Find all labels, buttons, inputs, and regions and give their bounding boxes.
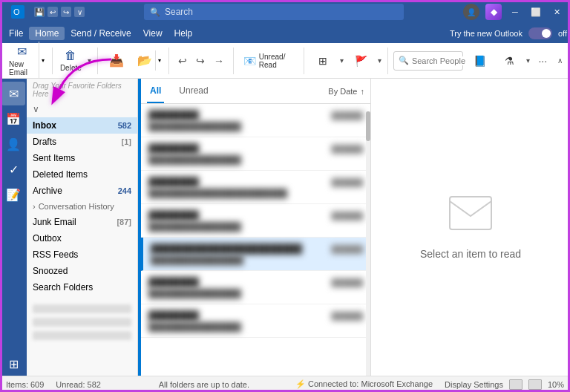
folder-item-outbox[interactable]: Outbox (27, 230, 137, 246)
search-people-icon: 🔍 (399, 56, 409, 65)
search-people-input[interactable] (412, 56, 471, 65)
email-item[interactable]: ████████ ██████ ████████████████ (141, 271, 370, 304)
avatar[interactable]: 👤 (463, 4, 479, 20)
save-icon[interactable]: 💾 (34, 7, 45, 17)
view-icon-1[interactable] (509, 379, 522, 390)
archive-button[interactable]: 📥 (103, 50, 130, 71)
folder-item-junk[interactable]: Junk Email [87] (27, 214, 137, 230)
new-email-button[interactable]: ✉ New Email ▾ (4, 42, 47, 79)
email-time: ██████ (331, 312, 363, 320)
move-button[interactable]: 📂 ▾ (133, 50, 163, 71)
menu-home[interactable]: Home (29, 27, 65, 40)
title-search-bar[interactable]: 🔍 (144, 4, 404, 20)
address-book-icon: 📘 (474, 55, 486, 67)
email-sender: ████████ (148, 110, 199, 120)
filter-button[interactable]: ⚗ (496, 52, 522, 70)
email-sender: ████████ (148, 310, 199, 321)
email-item[interactable]: ████████ ██████ ████████████████ (141, 204, 370, 238)
delete-button[interactable]: 🗑 Delete (57, 46, 84, 75)
view-icon-2[interactable] (528, 379, 542, 390)
view-toggle-button[interactable]: ⊞ (309, 52, 336, 70)
folder-item-rss[interactable]: RSS Feeds (27, 246, 137, 263)
folder-group-conv[interactable]: › Conversation History (27, 199, 137, 214)
unread-read-button[interactable]: 📧 Unread/ Read (239, 50, 298, 72)
menu-file[interactable]: File (3, 27, 29, 40)
tab-unread[interactable]: Unread (176, 79, 211, 103)
flag-dropdown[interactable]: ▾ (377, 56, 382, 65)
close-button[interactable]: ✕ (549, 4, 564, 19)
search-input[interactable] (165, 7, 398, 17)
email-item[interactable]: ████████ ██████ ████████████████ (141, 304, 370, 338)
email-list-scrollbar[interactable] (366, 104, 370, 376)
undo-redo-group: ↩ ↪ → (174, 50, 228, 71)
status-bar: Items: 609 Unread: 582 All folders are u… (0, 376, 570, 392)
move-dropdown[interactable]: ▾ (155, 50, 163, 71)
email-subject: ████████████████ (148, 122, 363, 131)
email-item-selected[interactable]: ████████████████████████ ██████ ████████… (141, 238, 370, 271)
new-email-main[interactable]: ✉ New Email (4, 42, 39, 79)
mail-icon: ✉ (9, 87, 19, 101)
folder-item-archive[interactable]: Archive 244 (27, 183, 137, 199)
folder-archive-label: Archive (33, 186, 118, 196)
sidebar-item-mail[interactable]: ✉ (1, 82, 25, 105)
menu-help[interactable]: Help (168, 27, 199, 40)
reading-pane: Select an item to read (371, 79, 570, 376)
restore-button[interactable]: ⬜ (528, 4, 543, 19)
filter-dropdown[interactable]: ▾ (525, 56, 531, 65)
ribbon-collapse-button[interactable]: ∧ (554, 53, 566, 68)
scrollbar-track (366, 111, 370, 383)
drag-hint: Drag Your Favorite Folders Here (27, 79, 137, 101)
folder-junk-count: [87] (117, 218, 131, 226)
address-book-button[interactable]: 📘 (466, 52, 493, 70)
diamond-icon[interactable]: ◆ (485, 4, 502, 20)
move-main[interactable]: 📂 (133, 50, 155, 71)
menu-send-receive[interactable]: Send / Receive (65, 27, 137, 40)
email-subject: ████████████████ (148, 322, 363, 331)
folder-collapse-btn[interactable]: ∨ (27, 101, 137, 117)
toggle-knob (542, 29, 551, 38)
delete-icon: 🗑 (65, 49, 76, 62)
flag-button[interactable]: 🚩 (347, 52, 374, 70)
scrollbar-thumb[interactable] (366, 111, 370, 141)
menu-view[interactable]: View (137, 27, 168, 40)
main-layout: ✉ 📅 👤 ✓ 📝 ⊞ Drag Your Favorite Folders H… (0, 79, 570, 376)
view-dropdown[interactable]: ▾ (339, 56, 344, 65)
sidebar-item-apps[interactable]: ⊞ (1, 352, 25, 376)
folder-outbox-label: Outbox (33, 233, 131, 244)
folder-item-inbox[interactable]: Inbox 582 (27, 117, 137, 134)
email-time: ██████ (331, 145, 363, 153)
undo-quick-icon[interactable]: ↩ (48, 7, 58, 17)
folder-junk-label: Junk Email (33, 217, 117, 227)
folder-item-search-folders[interactable]: Search Folders (27, 279, 137, 295)
minimize-button[interactable]: ─ (508, 4, 522, 19)
flag-icon: 🚩 (355, 55, 367, 67)
folder-item-sent[interactable]: Sent Items (27, 150, 137, 166)
folder-item-snoozed[interactable]: Snoozed (27, 263, 137, 279)
new-outlook-toggle[interactable] (528, 27, 552, 39)
email-sender: ████████████████████████ (151, 244, 302, 254)
email-item[interactable]: ████████ ██████ ████████████████ (141, 104, 370, 137)
forward-button[interactable]: → (210, 50, 228, 71)
search-people-box[interactable]: 🔍 (393, 51, 464, 71)
sep2 (97, 48, 98, 74)
more-options-button[interactable]: ··· (534, 52, 551, 70)
folder-item-drafts[interactable]: Drafts [1] (27, 134, 137, 150)
sidebar-item-notes[interactable]: 📝 (1, 183, 25, 206)
chevron-right-icon: › (33, 202, 36, 211)
redo-button[interactable]: ↪ (192, 50, 209, 71)
tab-all[interactable]: All (147, 79, 164, 103)
delete-dropdown[interactable]: ▾ (87, 56, 92, 65)
quick-access-toolbar: 💾 ↩ ↪ ∨ (34, 7, 85, 17)
sort-button[interactable]: By Date ↑ (328, 87, 364, 96)
sidebar-item-tasks[interactable]: ✓ (1, 157, 25, 181)
email-item[interactable]: ████████ ██████ ████████████████ (141, 137, 370, 171)
email-item[interactable]: ████████ ██████ ████████████████████████ (141, 171, 370, 204)
undo-button[interactable]: ↩ (174, 50, 191, 71)
sidebar-item-calendar[interactable]: 📅 (1, 107, 25, 131)
display-settings-button[interactable]: Display Settings (445, 380, 503, 389)
sidebar-item-people[interactable]: 👤 (1, 132, 25, 156)
folder-item-deleted[interactable]: Deleted Items (27, 166, 137, 183)
redo-quick-icon[interactable]: ↪ (61, 7, 71, 17)
new-email-dropdown[interactable]: ▾ (39, 42, 47, 79)
more-quick-icon[interactable]: ∨ (74, 7, 85, 17)
